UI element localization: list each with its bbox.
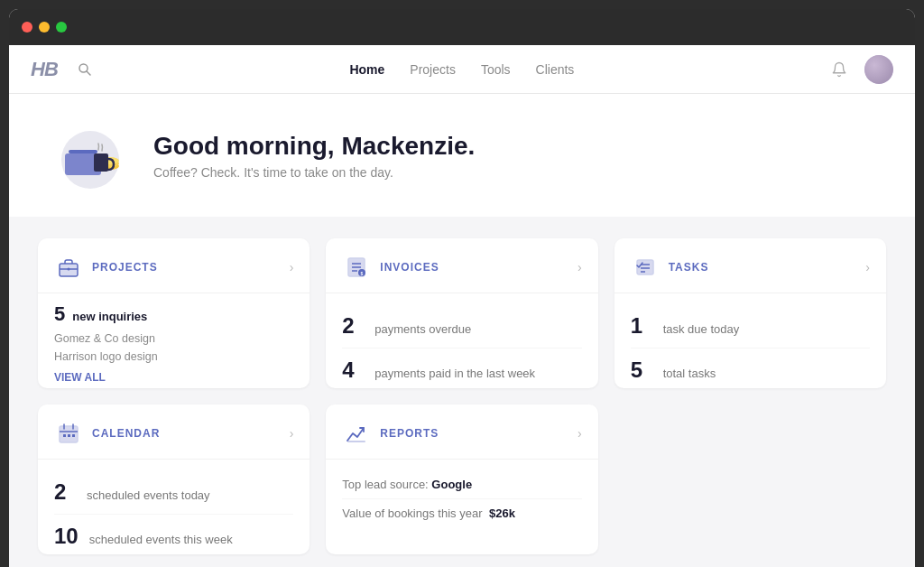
invoices-card: $ INVOICES › 2 payments overdue 4 paymen… (326, 238, 597, 388)
nav-clients[interactable]: Clients (536, 62, 575, 77)
svg-rect-30 (72, 434, 75, 437)
view-all-link[interactable]: VIEW ALL (54, 371, 293, 384)
dashboard-grid: PROJECTS › 5 new inquiries Gomez & Co de… (9, 217, 915, 567)
reports-chevron[interactable]: › (578, 426, 582, 441)
calendar-metric-2: 10 scheduled events this week (54, 515, 293, 554)
minimize-button[interactable] (39, 22, 50, 33)
nav-home[interactable]: Home (349, 62, 384, 77)
calendar-card: CALENDAR › 2 scheduled events today 10 s… (38, 404, 310, 554)
notifications-button[interactable] (827, 57, 852, 82)
calendar-body: 2 scheduled events today 10 scheduled ev… (38, 460, 310, 554)
app-content: HB Home Projects Tools Clients (9, 45, 915, 567)
projects-icon (54, 253, 83, 282)
logo: HB (31, 58, 58, 81)
tasks-metric-1: 1 task due today (631, 304, 870, 349)
svg-rect-8 (94, 153, 108, 172)
project-item-2: Harrison logo design (54, 348, 293, 366)
invoices-chevron[interactable]: › (578, 260, 582, 274)
svg-rect-4 (69, 150, 97, 153)
search-button[interactable] (72, 57, 97, 82)
hero-illustration (45, 119, 135, 191)
nav-tools[interactable]: Tools (481, 62, 511, 77)
nav-right (827, 55, 893, 84)
hero-text: Good morning, Mackenzie. Coffee? Check. … (153, 132, 475, 180)
calendar-metric-1: 2 scheduled events today (54, 470, 293, 515)
titlebar (9, 9, 915, 45)
avatar[interactable] (864, 55, 893, 84)
svg-rect-29 (68, 434, 70, 437)
projects-body: 5 new inquiries Gomez & Co design Harris… (38, 293, 310, 388)
close-button[interactable] (22, 22, 32, 33)
projects-card: PROJECTS › 5 new inquiries Gomez & Co de… (38, 238, 310, 388)
reports-bookings: Value of bookings this year $26k (342, 499, 581, 527)
calendar-icon (54, 419, 83, 448)
tasks-chevron[interactable]: › (865, 260, 870, 274)
projects-title: PROJECTS (92, 261, 290, 274)
project-item-1: Gomez & Co design (54, 330, 293, 348)
invoices-title: INVOICES (380, 261, 578, 274)
lead-source-value: Google (431, 478, 472, 491)
traffic-lights (22, 22, 67, 33)
invoices-metric-2: 4 payments paid in the last week (342, 349, 581, 388)
reports-card: REPORTS › Top lead source: Google Value … (326, 404, 597, 554)
tasks-metric-2: 5 total tasks (631, 349, 870, 388)
new-inquiries-count: 5 (54, 302, 65, 326)
calendar-card-header: CALENDAR › (38, 404, 310, 460)
svg-line-1 (87, 71, 90, 75)
tasks-body: 1 task due today 5 total tasks (614, 293, 886, 388)
greeting: Good morning, Mackenzie. (153, 132, 475, 161)
invoices-body: 2 payments overdue 4 payments paid in th… (326, 293, 597, 388)
invoices-metric-1: 2 payments overdue (342, 304, 581, 349)
maximize-button[interactable] (56, 22, 67, 33)
projects-chevron[interactable]: › (290, 260, 294, 274)
svg-rect-31 (347, 441, 365, 442)
invoices-icon: $ (342, 253, 371, 282)
calendar-title: CALENDAR (92, 427, 290, 440)
tasks-card: TASKS › 1 task due today 5 total tasks (614, 238, 886, 388)
reports-body: Top lead source: Google Value of booking… (326, 460, 597, 554)
reports-card-header: REPORTS › (326, 404, 597, 460)
invoices-card-header: $ INVOICES › (326, 238, 597, 293)
navbar: HB Home Projects Tools Clients (9, 45, 915, 94)
tasks-title: TASKS (669, 261, 866, 274)
nav-links: Home Projects Tools Clients (349, 62, 574, 77)
reports-lead-source: Top lead source: Google (342, 470, 581, 499)
reports-title: REPORTS (380, 427, 578, 440)
app-window: HB Home Projects Tools Clients (9, 9, 915, 567)
bookings-value: $26k (489, 507, 515, 520)
projects-card-header: PROJECTS › (38, 238, 310, 293)
reports-icon (342, 419, 371, 448)
nav-projects[interactable]: Projects (410, 62, 456, 77)
svg-point-12 (68, 268, 70, 271)
tasks-card-header: TASKS › (614, 238, 886, 293)
calendar-chevron[interactable]: › (290, 426, 294, 441)
subtitle: Coffee? Check. It's time to take on the … (153, 165, 475, 180)
svg-rect-28 (63, 434, 66, 437)
new-inquiries-label: new inquiries (72, 310, 147, 323)
tasks-icon (631, 253, 660, 282)
svg-text:$: $ (361, 271, 364, 276)
hero-section: Good morning, Mackenzie. Coffee? Check. … (9, 94, 915, 217)
